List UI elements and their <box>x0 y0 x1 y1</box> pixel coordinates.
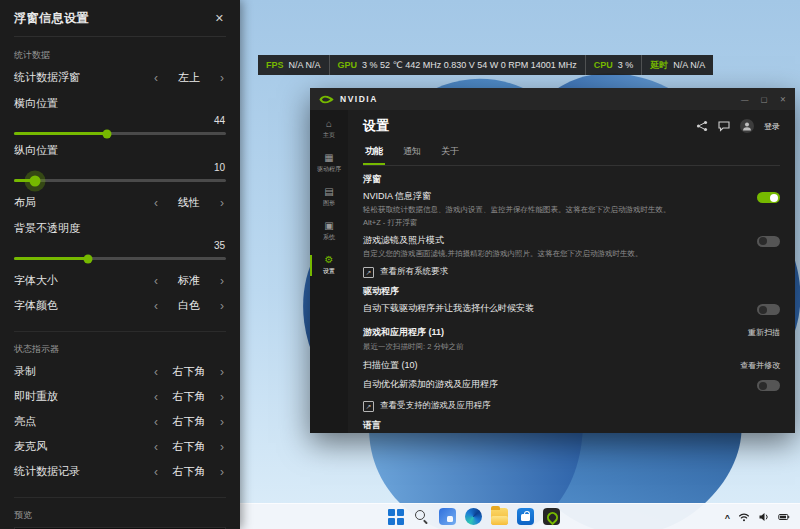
sidebar-item-label: 驱动程序 <box>317 165 341 174</box>
sign-in-label[interactable]: 登录 <box>764 121 780 132</box>
setting-label: 纵向位置 <box>14 143 226 158</box>
setting-title: 游戏滤镜及照片模式 <box>363 234 745 247</box>
minimize-icon[interactable]: — <box>741 95 749 104</box>
prev-arrow-icon[interactable]: ‹ <box>152 300 160 312</box>
slider-handle[interactable] <box>30 175 41 186</box>
perf-values: 3 % 52 ℃ 442 MHz 0.830 V 54 W 0 RPM 1400… <box>362 60 577 70</box>
bg-opacity-slider[interactable] <box>14 257 226 260</box>
next-arrow-icon[interactable]: › <box>218 197 226 209</box>
auto-download-toggle[interactable] <box>757 304 780 315</box>
setting-label: 统计数据浮窗 <box>14 70 80 85</box>
overlay-toggle[interactable] <box>757 192 780 203</box>
horizontal-position-slider[interactable] <box>14 132 226 135</box>
edge-browser-icon[interactable] <box>465 508 482 525</box>
next-arrow-icon[interactable]: › <box>218 275 226 287</box>
search-icon[interactable] <box>413 508 430 525</box>
window-titlebar[interactable]: NVIDIA — ▢ ✕ <box>310 88 795 110</box>
setting-value: 右下角 <box>169 389 209 404</box>
battery-icon[interactable] <box>778 511 790 523</box>
sidebar-item-home[interactable]: ⌂ 主页 <box>310 116 348 143</box>
next-arrow-icon[interactable]: › <box>218 300 226 312</box>
setting-value: 右下角 <box>169 414 209 429</box>
sidebar-item-drivers[interactable]: ▦ 驱动程序 <box>310 150 348 177</box>
next-arrow-icon[interactable]: › <box>218 391 226 403</box>
toggle-knob <box>759 306 767 314</box>
drivers-icon: ▦ <box>324 153 333 163</box>
auto-optimize-toggle[interactable] <box>757 380 780 391</box>
settings-main: 设置 登录 <box>348 110 795 433</box>
sidebar-item-settings[interactable]: ⚙ 设置 <box>310 252 348 279</box>
prev-arrow-icon[interactable]: ‹ <box>152 197 160 209</box>
close-icon[interactable]: ✕ <box>780 95 786 104</box>
tray-chevron-up-icon[interactable]: ^ <box>725 513 730 523</box>
external-link-icon: ↗ <box>363 401 374 412</box>
sidebar-item-graphics[interactable]: ▤ 图形 <box>310 184 348 211</box>
game-filters-toggle[interactable] <box>757 236 780 247</box>
microsoft-store-icon[interactable] <box>517 508 534 525</box>
setting-label: 字体大小 <box>14 273 58 288</box>
next-arrow-icon[interactable]: › <box>218 416 226 428</box>
feedback-icon[interactable] <box>718 120 730 132</box>
avatar[interactable] <box>740 119 754 133</box>
tab-features[interactable]: 功能 <box>363 143 385 165</box>
page-title: 设置 <box>363 117 389 135</box>
setting-value: 左上 <box>169 70 209 85</box>
vertical-position-slider[interactable] <box>14 179 226 182</box>
volume-icon[interactable] <box>758 511 770 523</box>
maximize-icon[interactable]: ▢ <box>761 95 768 104</box>
prev-arrow-icon[interactable]: ‹ <box>152 72 160 84</box>
overlay-settings-panel: 浮窗信息设置 ✕ 统计数据 统计数据浮窗 ‹ 左上 › 横向位置 44 纵向位置… <box>0 0 240 529</box>
next-arrow-icon[interactable]: › <box>218 466 226 478</box>
home-icon: ⌂ <box>326 119 332 129</box>
settings-tabs: 功能 通知 关于 <box>363 143 780 166</box>
supported-games-link[interactable]: ↗ 查看受支持的游戏及应用程序 <box>363 400 780 412</box>
setting-value: 白色 <box>169 298 209 313</box>
tab-about[interactable]: 关于 <box>439 143 461 165</box>
perf-group-gpu: GPU 3 % 52 ℃ 442 MHz 0.830 V 54 W 0 RPM … <box>330 55 586 75</box>
prev-arrow-icon[interactable]: ‹ <box>152 391 160 403</box>
view-modify-button[interactable]: 查看并修改 <box>740 360 780 371</box>
setting-value: 线性 <box>169 195 209 210</box>
setting-value: 右下角 <box>169 364 209 379</box>
tab-notifications[interactable]: 通知 <box>401 143 423 165</box>
prev-arrow-icon[interactable]: ‹ <box>152 441 160 453</box>
slider-handle[interactable] <box>84 254 93 263</box>
sidebar-item-system[interactable]: ▣ 系统 <box>310 218 348 245</box>
next-arrow-icon[interactable]: › <box>218 441 226 453</box>
share-icon[interactable] <box>696 120 708 132</box>
window-controls: — ▢ ✕ <box>741 95 786 104</box>
slider-handle[interactable] <box>103 129 112 138</box>
section-heading-drivers: 驱动程序 <box>363 285 780 298</box>
setting-label: 亮点 <box>14 414 36 429</box>
setting-row-recording: 录制 ‹ 右下角 › <box>14 359 226 384</box>
sidebar-item-label: 系统 <box>323 233 335 242</box>
next-arrow-icon[interactable]: › <box>218 72 226 84</box>
slider-value: 44 <box>15 115 225 126</box>
setting-row-layout: 布局 ‹ 线性 › <box>14 190 226 215</box>
prev-arrow-icon[interactable]: ‹ <box>152 466 160 478</box>
start-button[interactable] <box>388 509 404 525</box>
setting-shortcut: Alt+Z - 打开浮窗 <box>363 218 745 228</box>
close-icon[interactable]: ✕ <box>213 10 226 27</box>
perf-label: 延时 <box>650 59 668 72</box>
wifi-icon[interactable] <box>738 511 750 523</box>
section-heading-games: 游戏和应用程序 (11) <box>363 326 444 339</box>
slider-fill <box>14 257 88 260</box>
prev-arrow-icon[interactable]: ‹ <box>152 366 160 378</box>
value-stepper: ‹ 右下角 › <box>152 364 226 379</box>
next-arrow-icon[interactable]: › <box>218 366 226 378</box>
games-section-header: 游戏和应用程序 (11) 重新扫描 <box>363 326 780 339</box>
section-label-preview: 预览 <box>14 497 226 522</box>
prev-arrow-icon[interactable]: ‹ <box>152 275 160 287</box>
system-requirements-link[interactable]: ↗ 查看所有系统要求 <box>363 266 780 278</box>
nvidia-app-taskbar-icon[interactable] <box>543 508 560 525</box>
gear-icon: ⚙ <box>325 255 334 265</box>
window-body: ⌂ 主页 ▦ 驱动程序 ▤ 图形 ▣ 系统 ⚙ 设置 <box>310 110 795 433</box>
system-tray: ^ <box>725 504 790 529</box>
sidebar-item-label: 设置 <box>323 267 335 276</box>
sidebar-item-label: 主页 <box>323 131 335 140</box>
rescan-button[interactable]: 重新扫描 <box>748 327 780 338</box>
prev-arrow-icon[interactable]: ‹ <box>152 416 160 428</box>
widgets-icon[interactable] <box>439 508 456 525</box>
file-explorer-icon[interactable] <box>491 508 508 525</box>
